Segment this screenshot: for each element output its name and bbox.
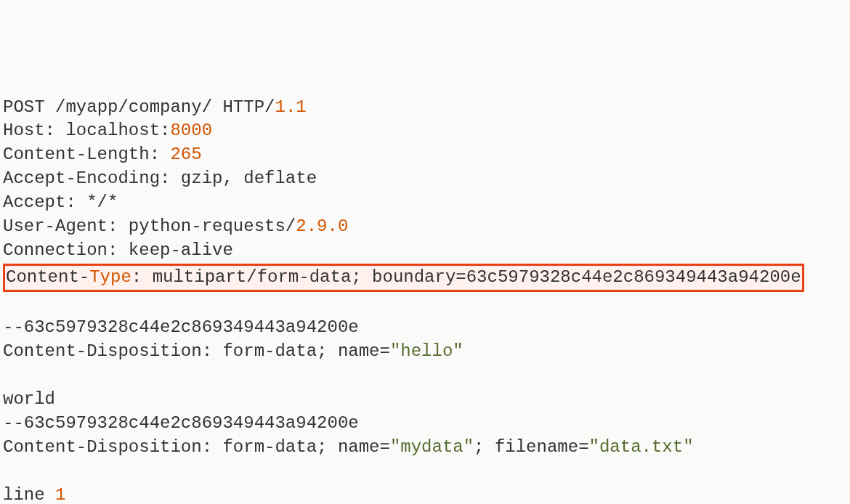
accept-encoding-value: gzip, deflate xyxy=(181,168,317,188)
host-value: localhost: xyxy=(65,121,170,140)
line-label: line xyxy=(3,485,55,505)
content-disposition-2: Content-Disposition: form-data; name="my… xyxy=(3,437,694,457)
connection-label: Connection: xyxy=(3,240,129,260)
line-num: 1 xyxy=(55,485,65,505)
disposition-prefix: Content-Disposition: form-data; name= xyxy=(3,341,390,361)
header-accept-encoding: Accept-Encoding: gzip, deflate xyxy=(3,168,317,188)
content-type-prefix: Content- xyxy=(6,267,89,287)
header-user-agent: User-Agent: python-requests/2.9.0 xyxy=(3,216,348,236)
content-type-value: multipart/form-data; boundary=63c5979328… xyxy=(153,267,801,287)
content-type-word: Type xyxy=(89,267,131,287)
http-method: POST xyxy=(3,97,45,117)
connection-value: keep-alive xyxy=(129,240,233,260)
user-agent-label: User-Agent: xyxy=(3,216,129,236)
host-label: Host: xyxy=(3,121,65,140)
accept-label: Accept: xyxy=(3,192,86,212)
request-line: POST /myapp/company/ HTTP/1.1 xyxy=(3,97,307,117)
header-accept: Accept: */* xyxy=(3,192,118,212)
form-boundary: --63c5979328c44e2c869349443a94200e xyxy=(3,317,359,337)
disposition-file-prefix: ; filename= xyxy=(474,437,588,457)
file-line: line 1 xyxy=(3,485,65,505)
disposition-name: "hello" xyxy=(390,341,464,361)
content-type-colon: : xyxy=(131,267,153,287)
content-disposition-1: Content-Disposition: form-data; name="he… xyxy=(3,341,464,361)
form-part-value: world xyxy=(3,389,55,409)
header-host: Host: localhost:8000 xyxy=(3,121,212,140)
content-length-label: Content-Length: xyxy=(3,145,170,164)
host-port: 8000 xyxy=(170,121,212,140)
http-version-num: 1.1 xyxy=(275,97,306,117)
user-agent-version: 2.9.0 xyxy=(296,216,348,236)
http-path: /myapp/company/ xyxy=(55,97,212,117)
header-content-type-highlighted: Content-Type: multipart/form-data; bound… xyxy=(3,264,804,292)
disposition-name: "mydata" xyxy=(390,437,474,457)
user-agent-value: python-requests/ xyxy=(129,216,296,236)
header-connection: Connection: keep-alive xyxy=(3,240,233,260)
disposition-filename: "data.txt" xyxy=(589,437,694,457)
disposition-prefix: Content-Disposition: form-data; name= xyxy=(3,437,390,457)
accept-encoding-label: Accept-Encoding: xyxy=(3,168,181,188)
accept-value: */* xyxy=(86,192,118,212)
http-version-label: HTTP/ xyxy=(222,97,275,117)
http-request-dump: POST /myapp/company/ HTTP/1.1 Host: loca… xyxy=(3,96,847,505)
content-length-value: 265 xyxy=(170,145,201,164)
form-boundary: --63c5979328c44e2c869349443a94200e xyxy=(3,413,359,433)
header-content-length: Content-Length: 265 xyxy=(3,145,202,164)
